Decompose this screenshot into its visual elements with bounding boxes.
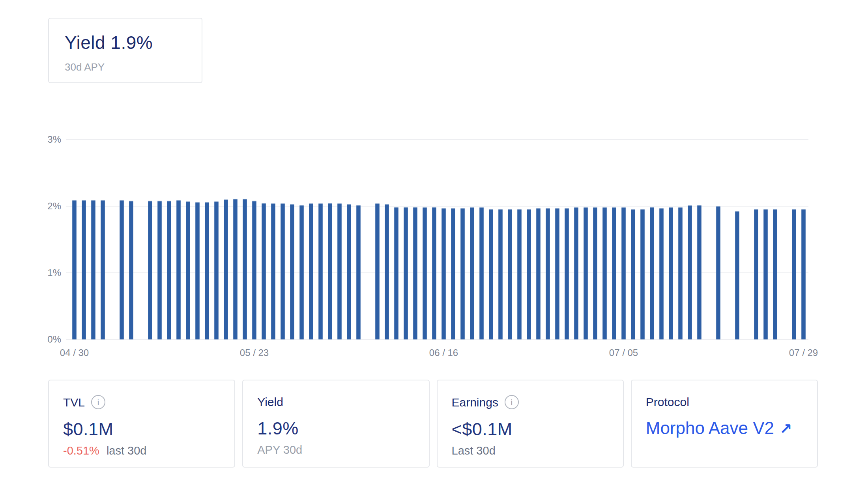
bar-slot-44[interactable] xyxy=(489,209,493,339)
bar-slot-74[interactable] xyxy=(773,209,777,339)
stat-card-label: Protocol xyxy=(646,395,689,409)
bar-slot-2[interactable] xyxy=(91,200,95,339)
stat-card-value: $0.1M xyxy=(63,419,220,440)
bar-slot-53[interactable] xyxy=(574,207,578,339)
bar-slot-10[interactable] xyxy=(167,201,171,339)
bar-slot-30[interactable] xyxy=(356,205,361,339)
bar-slot-43[interactable] xyxy=(479,207,484,339)
stat-card-label: TVL xyxy=(63,396,85,409)
bar-slot-77[interactable] xyxy=(801,209,806,339)
stat-card-earnings: Earningsi<$0.1MLast 30d xyxy=(437,380,624,468)
x-tick-label: 07 / 05 xyxy=(609,347,638,358)
bar-slot-65[interactable] xyxy=(688,205,692,339)
bar-slot-68[interactable] xyxy=(716,206,720,339)
bar-slot-1[interactable] xyxy=(82,200,86,339)
bar-slot-0[interactable] xyxy=(72,200,77,339)
bar-slot-34[interactable] xyxy=(394,207,398,339)
stats-row: TVLi$0.1M-0.51%last 30dYield1.9%APY 30dE… xyxy=(48,380,818,468)
y-tick-label: 1% xyxy=(22,268,61,278)
bar-slot-41[interactable] xyxy=(460,208,465,339)
bar-slot-56[interactable] xyxy=(602,207,607,339)
stat-card-subtext: APY 30d xyxy=(257,444,414,457)
bar-slot-39[interactable] xyxy=(441,208,446,339)
bar-slot-73[interactable] xyxy=(763,209,768,339)
bar-slot-23[interactable] xyxy=(290,204,294,339)
bar-slot-18[interactable] xyxy=(243,199,247,339)
bar-slot-26[interactable] xyxy=(318,203,323,339)
bar-slot-47[interactable] xyxy=(517,209,522,339)
bar-slot-66[interactable] xyxy=(697,205,702,339)
bar-slot-45[interactable] xyxy=(498,209,503,339)
stat-card-subtext: Last 30d xyxy=(452,444,609,457)
bar-slot-42[interactable] xyxy=(470,207,474,339)
x-tick-label: 07 / 29 xyxy=(789,347,818,358)
x-tick-label: 06 / 16 xyxy=(429,347,458,358)
change-percent: -0.51% xyxy=(63,444,99,457)
bar-slot-32[interactable] xyxy=(375,203,380,339)
bar-slot-33[interactable] xyxy=(385,204,389,339)
bar-slot-28[interactable] xyxy=(337,203,342,339)
bar-slot-19[interactable] xyxy=(252,201,256,339)
bar-slot-61[interactable] xyxy=(650,207,654,339)
protocol-link-label: Morpho Aave V2 xyxy=(646,418,774,438)
bar-slot-24[interactable] xyxy=(299,205,304,339)
bar-slot-63[interactable] xyxy=(669,207,673,339)
y-tick-label: 0% xyxy=(22,335,61,344)
bar-slot-49[interactable] xyxy=(536,208,541,339)
bar-slot-16[interactable] xyxy=(224,199,228,339)
bar-slot-29[interactable] xyxy=(347,204,351,339)
bar-slot-72[interactable] xyxy=(754,209,758,339)
y-tick-label: 3% xyxy=(22,135,61,144)
bar-slot-13[interactable] xyxy=(195,202,200,339)
bar-slot-50[interactable] xyxy=(546,208,550,339)
bar-slot-11[interactable] xyxy=(176,200,181,339)
bar-slot-62[interactable] xyxy=(659,208,664,339)
period-label: last 30d xyxy=(107,444,147,457)
bar-slot-60[interactable] xyxy=(640,209,645,339)
bar-slot-12[interactable] xyxy=(186,201,190,339)
stat-card-protocol: ProtocolMorpho Aave V2↗ xyxy=(631,380,818,468)
bar-slot-55[interactable] xyxy=(593,207,597,339)
bar-slot-3[interactable] xyxy=(101,200,105,339)
bar-slot-58[interactable] xyxy=(621,207,626,339)
external-link-arrow-icon: ↗ xyxy=(780,420,792,438)
bar-slot-54[interactable] xyxy=(584,207,588,339)
bar-slot-20[interactable] xyxy=(262,203,266,339)
info-icon[interactable]: i xyxy=(91,395,105,409)
stat-card-label: Yield xyxy=(257,395,283,409)
info-icon[interactable]: i xyxy=(505,395,519,409)
bar-slot-8[interactable] xyxy=(148,201,152,339)
bar-slot-70[interactable] xyxy=(735,211,739,339)
stat-card-yield: Yield1.9%APY 30d xyxy=(242,380,429,468)
bar-slot-14[interactable] xyxy=(205,202,209,339)
y-tick-label: 2% xyxy=(22,201,61,211)
bar-slot-48[interactable] xyxy=(527,209,531,339)
bar-slot-25[interactable] xyxy=(309,203,313,339)
bar-slot-57[interactable] xyxy=(612,207,616,339)
bar-slot-64[interactable] xyxy=(678,207,683,339)
stat-card-label: Earnings xyxy=(452,396,498,409)
bar-slot-37[interactable] xyxy=(423,207,427,339)
bar-slot-17[interactable] xyxy=(233,199,238,339)
bar-slot-46[interactable] xyxy=(508,209,512,339)
bar-slot-6[interactable] xyxy=(129,201,133,339)
bar-slot-15[interactable] xyxy=(214,201,219,339)
bar-slot-52[interactable] xyxy=(565,208,569,339)
period-label: APY 30d xyxy=(257,444,302,457)
stat-card-value: <$0.1M xyxy=(452,419,609,440)
bar-slot-27[interactable] xyxy=(328,203,332,339)
bar-slot-9[interactable] xyxy=(157,201,162,339)
protocol-link[interactable]: Morpho Aave V2↗ xyxy=(646,418,792,438)
bar-slot-59[interactable] xyxy=(631,209,635,339)
bar-slot-38[interactable] xyxy=(432,207,436,339)
bar-slot-35[interactable] xyxy=(404,207,408,339)
bar-slot-22[interactable] xyxy=(281,203,285,339)
bar-slot-40[interactable] xyxy=(451,208,455,339)
chart-plot-area xyxy=(66,140,808,339)
bar-slot-36[interactable] xyxy=(413,207,417,339)
bar-slot-76[interactable] xyxy=(792,209,796,339)
bar-slot-21[interactable] xyxy=(271,203,275,339)
stat-card-value: 1.9% xyxy=(257,418,414,439)
bar-slot-51[interactable] xyxy=(555,208,559,339)
bar-slot-5[interactable] xyxy=(120,200,124,339)
